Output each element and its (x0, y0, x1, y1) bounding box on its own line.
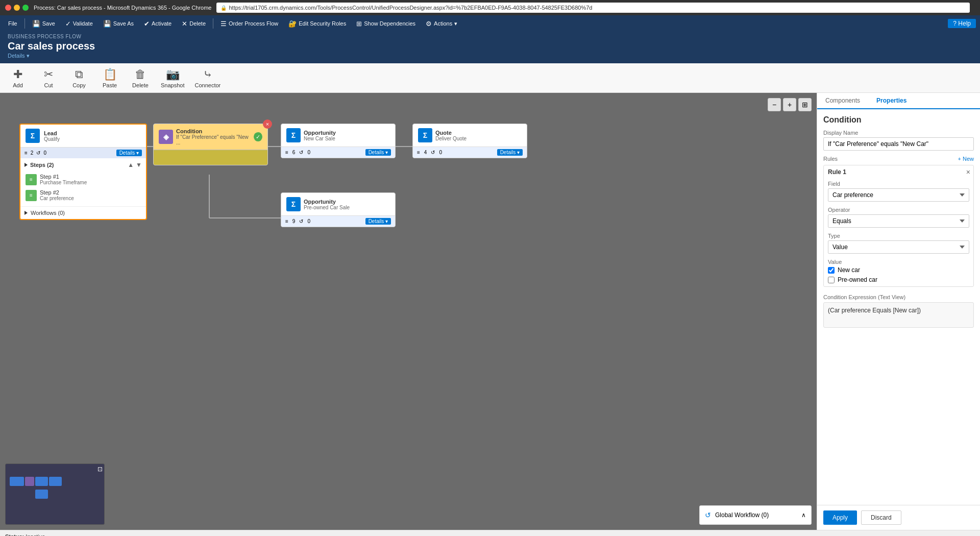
mini-opp-new-node (35, 477, 48, 486)
lead-details-button[interactable]: Details ▾ (116, 150, 142, 156)
delete-button[interactable]: ✕ Delete (178, 19, 210, 29)
display-name-input[interactable] (823, 137, 974, 151)
main-container: − + ⊞ Σ Lead Qualify (0, 93, 980, 530)
step-1-item[interactable]: ≡ Step #1 Purchase Timeframe (24, 172, 142, 187)
condition-close-button[interactable]: × (263, 119, 272, 129)
quote-footer: ≡ 4 ↺ 0 Details ▾ (413, 147, 527, 158)
activate-label: Activate (152, 20, 172, 27)
connector-toolbar-item[interactable]: ⤷ Connector (194, 68, 220, 88)
validate-button[interactable]: ✓ Validate (61, 19, 97, 29)
canvas[interactable]: − + ⊞ Σ Lead Qualify (0, 93, 817, 530)
opp-new-refresh-icon: ↺ (299, 150, 303, 155)
lead-stat1: 2 (31, 150, 34, 156)
value-preowned-car-checkbox[interactable]: Pre-owned car (828, 276, 969, 283)
close-btn[interactable] (5, 5, 11, 11)
save-button[interactable]: 💾 Save (28, 19, 59, 29)
window-controls[interactable] (5, 5, 29, 11)
opp-new-icon: Σ (286, 128, 301, 142)
tab-components[interactable]: Components (817, 93, 868, 109)
save-as-button[interactable]: 💾 Save As (99, 19, 138, 29)
workflows-section[interactable]: Workflows (0) (20, 206, 146, 219)
rules-header: Rules + New (823, 156, 974, 162)
step-2-item[interactable]: ≡ Step #2 Car preference (24, 187, 142, 203)
file-button[interactable]: File (4, 19, 21, 28)
operator-select[interactable]: Equals (828, 214, 969, 228)
lead-footer: ≡ 2 ↺ 0 Details ▾ (20, 147, 146, 158)
type-label: Type (828, 233, 969, 239)
steps-section: Steps (2) ▲ ▼ ≡ Step #1 Purchase Timefra… (20, 158, 146, 206)
paste-toolbar-item[interactable]: 📋 Paste (100, 68, 120, 88)
snapshot-icon: 📷 (166, 68, 180, 81)
quote-details-button[interactable]: Details ▾ (497, 149, 523, 156)
max-btn[interactable] (22, 5, 29, 11)
connector-icon: ⤷ (203, 68, 212, 81)
opp-new-details-button[interactable]: Details ▾ (365, 149, 391, 156)
discard-button[interactable]: Discard (861, 510, 901, 525)
value-new-car-checkbox[interactable]: New car (828, 266, 969, 274)
show-dependencies-button[interactable]: ⊞ Show Dependencies (352, 19, 420, 29)
panel-content: Condition Display Name Rules + New Rule … (817, 109, 980, 505)
show-dependencies-label: Show Dependencies (364, 20, 415, 27)
condition-node[interactable]: × ◈ Condition If "Car Preference" equals… (153, 124, 268, 165)
delete-toolbar-item[interactable]: 🗑 Delete (130, 68, 151, 88)
opp-new-subtitle: New Car Sale (304, 136, 336, 141)
snapshot-toolbar-item[interactable]: 📷 Snapshot (161, 68, 184, 88)
edit-security-roles-button[interactable]: 🔐 Edit Security Roles (284, 19, 350, 29)
steps-up-button[interactable]: ▲ (128, 161, 134, 168)
opp-pre-header: Σ Opportunity Pre-owned Car Sale (281, 193, 395, 215)
zoom-in-button[interactable]: + (783, 98, 796, 111)
mini-opp-pre-node (35, 490, 48, 499)
step-1-name: Purchase Timeframe (40, 180, 87, 185)
condition-title: Condition (176, 128, 251, 134)
panel-section-title: Condition (823, 115, 974, 125)
value-checkbox-group: New car Pre-owned car (828, 266, 969, 283)
snapshot-label: Snapshot (161, 82, 184, 88)
details-link[interactable]: Details ▾ (8, 53, 972, 59)
global-workflow[interactable]: ↺ Global Workflow (0) ∧ (699, 505, 812, 525)
status-value: Inactive (26, 533, 45, 537)
apply-button[interactable]: Apply (823, 510, 857, 525)
field-label: Field (828, 181, 969, 187)
opportunity-new-node[interactable]: Σ Opportunity New Car Sale ≡ 6 ↺ 0 Detai… (281, 124, 396, 158)
opportunity-preowned-node[interactable]: Σ Opportunity Pre-owned Car Sale ≡ 9 ↺ 0… (281, 192, 396, 227)
steps-sort-controls: ▲ ▼ (128, 161, 142, 168)
quote-node[interactable]: Σ Quote Deliver Quote ≡ 4 ↺ 0 Details ▾ (412, 124, 527, 158)
opp-pre-details-button[interactable]: Details ▾ (365, 218, 391, 225)
delete-icon: ✕ (182, 20, 187, 28)
field-select[interactable]: Car preference (828, 188, 969, 202)
actions-button[interactable]: ⚙ Actions ▾ (422, 19, 461, 29)
minimap[interactable]: ⊡ (5, 464, 105, 525)
fit-button[interactable]: ⊞ (798, 98, 812, 111)
tab-properties[interactable]: Properties (868, 93, 915, 109)
lead-qualify-node[interactable]: Σ Lead Qualify ≡ 2 ↺ 0 Details ▾ (19, 124, 147, 220)
quote-header: Σ Quote Deliver Quote (413, 124, 527, 147)
type-select[interactable]: Value (828, 240, 969, 254)
edit-security-roles-label: Edit Security Roles (299, 20, 346, 27)
add-toolbar-item[interactable]: ✚ Add (8, 68, 28, 88)
lead-subtitle: Qualify (44, 136, 60, 142)
validate-icon: ✓ (65, 20, 71, 28)
save-as-label: Save As (113, 20, 134, 27)
file-label: File (8, 20, 17, 27)
app-toolbar: File 💾 Save ✓ Validate 💾 Save As ✔ Activ… (0, 15, 980, 32)
steps-down-button[interactable]: ▼ (136, 161, 142, 168)
zoom-out-button[interactable]: − (768, 98, 781, 111)
help-button[interactable]: ? Help (948, 19, 976, 28)
lead-stat-steps-icon: ≡ (24, 150, 28, 156)
opp-pre-footer: ≡ 9 ↺ 0 Details ▾ (281, 215, 395, 227)
browser-url[interactable]: 🔒 https://trial1705.crm.dynamics.com/Too… (216, 3, 970, 13)
lock-icon: 🔒 (220, 5, 227, 11)
copy-toolbar-item[interactable]: ⧉ Copy (69, 68, 89, 88)
app-header: BUSINESS PROCESS FLOW Car sales process … (0, 32, 980, 63)
global-workflow-expand-icon[interactable]: ∧ (801, 511, 806, 519)
new-car-checkbox-input[interactable] (828, 267, 835, 274)
activate-button[interactable]: ✔ Activate (140, 19, 176, 29)
preowned-car-checkbox-input[interactable] (828, 277, 835, 283)
connector-label: Connector (194, 82, 220, 88)
new-rule-link[interactable]: + New (958, 156, 974, 162)
min-btn[interactable] (14, 5, 20, 11)
panel-footer: Apply Discard (817, 505, 980, 530)
cut-toolbar-item[interactable]: ✂ Cut (38, 68, 59, 88)
order-process-flow-button[interactable]: ☰ Order Process Flow (216, 19, 282, 29)
rule-1-close-button[interactable]: × (966, 168, 970, 176)
